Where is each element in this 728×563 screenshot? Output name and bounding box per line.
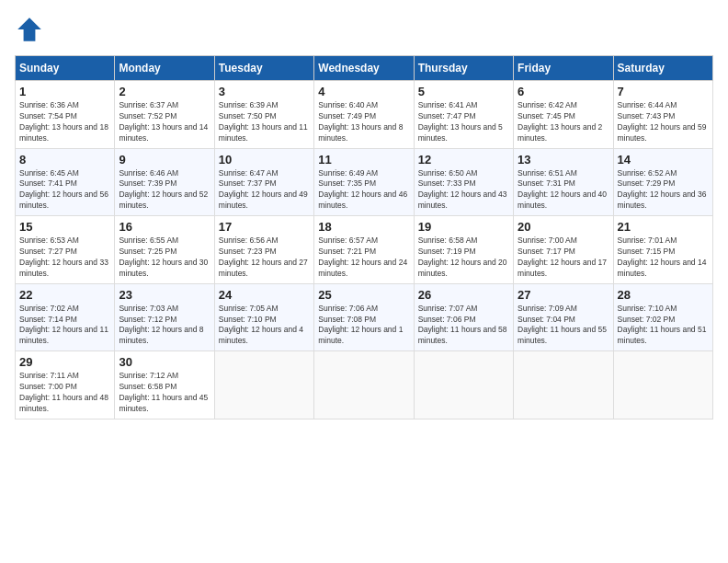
calendar-cell: 16Sunrise: 6:55 AMSunset: 7:25 PMDayligh… (115, 216, 214, 284)
day-number: 2 (119, 85, 210, 98)
col-header-thursday: Thursday (414, 56, 513, 81)
day-info: Sunrise: 7:11 AMSunset: 7:00 PMDaylight:… (19, 371, 110, 415)
calendar-week-row: 1Sunrise: 6:36 AMSunset: 7:54 PMDaylight… (16, 81, 713, 149)
day-number: 30 (119, 355, 210, 369)
day-number: 25 (318, 288, 409, 302)
day-number: 24 (219, 288, 310, 302)
day-info: Sunrise: 6:46 AMSunset: 7:39 PMDaylight:… (119, 168, 210, 213)
calendar-cell (214, 351, 313, 419)
day-info: Sunrise: 6:37 AMSunset: 7:52 PMDaylight:… (119, 100, 210, 144)
calendar-cell: 10Sunrise: 6:47 AMSunset: 7:37 PMDayligh… (214, 148, 313, 216)
day-info: Sunrise: 6:41 AMSunset: 7:47 PMDaylight:… (418, 100, 509, 144)
day-info: Sunrise: 6:57 AMSunset: 7:21 PMDaylight:… (318, 236, 409, 280)
calendar-table: SundayMondayTuesdayWednesdayThursdayFrid… (15, 55, 713, 419)
col-header-saturday: Saturday (613, 56, 712, 81)
day-info: Sunrise: 7:07 AMSunset: 7:06 PMDaylight:… (418, 304, 509, 348)
col-header-friday: Friday (514, 56, 613, 81)
calendar-cell: 4Sunrise: 6:40 AMSunset: 7:49 PMDaylight… (314, 81, 414, 149)
day-number: 19 (418, 220, 509, 234)
day-number: 27 (518, 288, 609, 302)
day-number: 11 (318, 153, 409, 167)
calendar-cell: 1Sunrise: 6:36 AMSunset: 7:54 PMDaylight… (16, 81, 115, 149)
calendar-cell: 23Sunrise: 7:03 AMSunset: 7:12 PMDayligh… (115, 283, 214, 351)
day-number: 26 (418, 288, 509, 302)
day-info: Sunrise: 6:45 AMSunset: 7:41 PMDaylight:… (19, 168, 110, 213)
col-header-monday: Monday (115, 56, 214, 81)
calendar-cell: 14Sunrise: 6:52 AMSunset: 7:29 PMDayligh… (613, 148, 712, 216)
day-info: Sunrise: 6:44 AMSunset: 7:43 PMDaylight:… (618, 100, 709, 144)
day-info: Sunrise: 7:10 AMSunset: 7:02 PMDaylight:… (618, 304, 709, 348)
day-info: Sunrise: 6:39 AMSunset: 7:50 PMDaylight:… (219, 100, 310, 144)
calendar-cell: 22Sunrise: 7:02 AMSunset: 7:14 PMDayligh… (16, 283, 115, 351)
day-number: 22 (19, 288, 110, 302)
calendar-cell: 6Sunrise: 6:42 AMSunset: 7:45 PMDaylight… (514, 81, 613, 149)
calendar-cell: 17Sunrise: 6:56 AMSunset: 7:23 PMDayligh… (214, 216, 313, 284)
day-number: 18 (318, 220, 409, 234)
logo (15, 15, 48, 44)
calendar-cell: 29Sunrise: 7:11 AMSunset: 7:00 PMDayligh… (16, 351, 115, 419)
day-info: Sunrise: 7:06 AMSunset: 7:08 PMDaylight:… (318, 304, 409, 348)
calendar-cell: 19Sunrise: 6:58 AMSunset: 7:19 PMDayligh… (414, 216, 513, 284)
col-header-wednesday: Wednesday (314, 56, 414, 81)
calendar-cell: 27Sunrise: 7:09 AMSunset: 7:04 PMDayligh… (514, 283, 613, 351)
day-info: Sunrise: 6:49 AMSunset: 7:35 PMDaylight:… (318, 168, 409, 213)
day-number: 28 (618, 288, 709, 302)
day-info: Sunrise: 6:55 AMSunset: 7:25 PMDaylight:… (119, 236, 210, 280)
calendar-week-row: 22Sunrise: 7:02 AMSunset: 7:14 PMDayligh… (16, 283, 713, 351)
day-number: 7 (618, 85, 709, 98)
day-number: 15 (19, 220, 110, 234)
col-header-sunday: Sunday (16, 56, 115, 81)
logo-icon (15, 15, 44, 44)
day-number: 16 (119, 220, 210, 234)
calendar-cell: 18Sunrise: 6:57 AMSunset: 7:21 PMDayligh… (314, 216, 414, 284)
day-info: Sunrise: 7:09 AMSunset: 7:04 PMDaylight:… (518, 304, 609, 348)
day-info: Sunrise: 6:52 AMSunset: 7:29 PMDaylight:… (618, 168, 709, 213)
day-number: 14 (618, 153, 709, 167)
calendar-cell: 24Sunrise: 7:05 AMSunset: 7:10 PMDayligh… (214, 283, 313, 351)
day-info: Sunrise: 7:05 AMSunset: 7:10 PMDaylight:… (219, 304, 310, 348)
day-info: Sunrise: 7:00 AMSunset: 7:17 PMDaylight:… (518, 236, 609, 280)
calendar-week-row: 8Sunrise: 6:45 AMSunset: 7:41 PMDaylight… (16, 148, 713, 216)
day-number: 23 (119, 288, 210, 302)
calendar-cell: 7Sunrise: 6:44 AMSunset: 7:43 PMDaylight… (613, 81, 712, 149)
calendar-cell (514, 351, 613, 419)
day-info: Sunrise: 7:12 AMSunset: 6:58 PMDaylight:… (119, 371, 210, 415)
day-number: 17 (219, 220, 310, 234)
calendar-cell: 15Sunrise: 6:53 AMSunset: 7:27 PMDayligh… (16, 216, 115, 284)
day-number: 13 (518, 153, 609, 167)
day-number: 29 (19, 355, 110, 369)
day-number: 10 (219, 153, 310, 167)
calendar-cell: 5Sunrise: 6:41 AMSunset: 7:47 PMDaylight… (414, 81, 513, 149)
calendar-cell: 28Sunrise: 7:10 AMSunset: 7:02 PMDayligh… (613, 283, 712, 351)
calendar-cell: 3Sunrise: 6:39 AMSunset: 7:50 PMDaylight… (214, 81, 313, 149)
calendar-cell: 8Sunrise: 6:45 AMSunset: 7:41 PMDaylight… (16, 148, 115, 216)
day-number: 8 (19, 153, 110, 167)
day-number: 12 (418, 153, 509, 167)
day-number: 3 (219, 85, 310, 98)
day-info: Sunrise: 6:50 AMSunset: 7:33 PMDaylight:… (418, 168, 509, 213)
day-info: Sunrise: 6:51 AMSunset: 7:31 PMDaylight:… (518, 168, 609, 213)
day-info: Sunrise: 7:02 AMSunset: 7:14 PMDaylight:… (19, 304, 110, 348)
calendar-cell: 13Sunrise: 6:51 AMSunset: 7:31 PMDayligh… (514, 148, 613, 216)
calendar-cell (613, 351, 712, 419)
day-info: Sunrise: 6:42 AMSunset: 7:45 PMDaylight:… (518, 100, 609, 144)
calendar-cell: 25Sunrise: 7:06 AMSunset: 7:08 PMDayligh… (314, 283, 414, 351)
day-info: Sunrise: 6:40 AMSunset: 7:49 PMDaylight:… (318, 100, 409, 144)
col-header-tuesday: Tuesday (214, 56, 313, 81)
calendar-cell: 12Sunrise: 6:50 AMSunset: 7:33 PMDayligh… (414, 148, 513, 216)
calendar-week-row: 29Sunrise: 7:11 AMSunset: 7:00 PMDayligh… (16, 351, 713, 419)
day-info: Sunrise: 6:56 AMSunset: 7:23 PMDaylight:… (219, 236, 310, 280)
day-number: 21 (618, 220, 709, 234)
calendar-header-row: SundayMondayTuesdayWednesdayThursdayFrid… (16, 56, 713, 81)
calendar-cell: 11Sunrise: 6:49 AMSunset: 7:35 PMDayligh… (314, 148, 414, 216)
calendar-cell: 26Sunrise: 7:07 AMSunset: 7:06 PMDayligh… (414, 283, 513, 351)
calendar-cell: 21Sunrise: 7:01 AMSunset: 7:15 PMDayligh… (613, 216, 712, 284)
calendar-cell (314, 351, 414, 419)
calendar-cell: 20Sunrise: 7:00 AMSunset: 7:17 PMDayligh… (514, 216, 613, 284)
svg-marker-0 (17, 17, 41, 41)
calendar-cell: 9Sunrise: 6:46 AMSunset: 7:39 PMDaylight… (115, 148, 214, 216)
day-number: 9 (119, 153, 210, 167)
day-info: Sunrise: 7:03 AMSunset: 7:12 PMDaylight:… (119, 304, 210, 348)
day-number: 6 (518, 85, 609, 98)
day-info: Sunrise: 6:36 AMSunset: 7:54 PMDaylight:… (19, 100, 110, 144)
